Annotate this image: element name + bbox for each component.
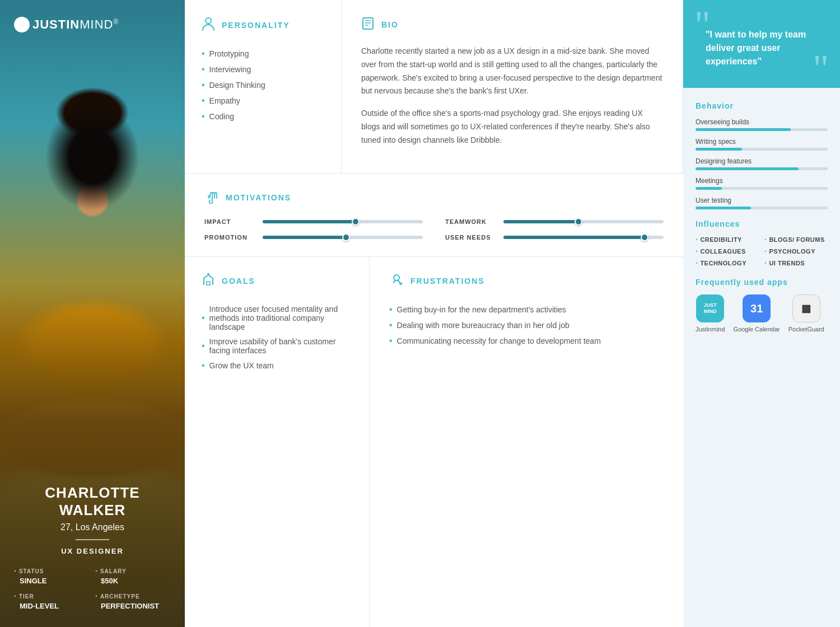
motivation-slider bbox=[503, 236, 664, 239]
behavior-bar-bg bbox=[696, 167, 828, 170]
influences-grid: CREDIBILITYBLOGS/ FORUMSCOLLEAGUESPSYCHO… bbox=[696, 235, 828, 268]
app-item: ▩ PocketGuard bbox=[788, 294, 824, 333]
behavior-label: User testing bbox=[696, 196, 828, 204]
stat-value: SINGLE bbox=[14, 577, 90, 585]
behavior-label: Overseeing builds bbox=[696, 118, 828, 126]
behavior-bar-fill bbox=[696, 167, 799, 170]
svg-rect-1 bbox=[363, 18, 373, 29]
person-age: 27, Los Angeles bbox=[14, 522, 171, 532]
bio-para-2: Outside of the office she's a sports-mad… bbox=[361, 107, 663, 147]
motivation-fill bbox=[263, 220, 356, 223]
logo-circle bbox=[14, 17, 30, 32]
motivation-slider bbox=[503, 220, 664, 223]
logo-text: JUSTINMIND® bbox=[32, 17, 119, 32]
personality-icon bbox=[202, 17, 215, 34]
bio-title: BIO bbox=[381, 20, 399, 29]
motivations-header: Motivations bbox=[204, 189, 664, 206]
person-info: CHARLOTTE WALKER 27, Los Angeles UX DESI… bbox=[0, 473, 185, 627]
logo-regular: MIND bbox=[80, 17, 113, 31]
motivation-label: IMPACT bbox=[204, 218, 255, 225]
logo: JUSTINMIND® bbox=[14, 17, 119, 32]
person-name: CHARLOTTE WALKER bbox=[14, 484, 171, 519]
personality-title: PERSONALITY bbox=[222, 21, 290, 30]
apps-section: Frequently used apps JUSTMIND Justinmind… bbox=[696, 278, 828, 333]
influence-item: COLLEAGUES bbox=[696, 247, 759, 256]
stat-label: TIER bbox=[14, 592, 90, 601]
motivation-label: PROMOTION bbox=[204, 234, 255, 241]
influences-section: Influences CREDIBILITYBLOGS/ FORUMSCOLLE… bbox=[696, 219, 828, 268]
frustrations-title: Frustrations bbox=[410, 277, 485, 286]
behavior-item: Meetings bbox=[696, 177, 828, 190]
behavior-bar-fill bbox=[696, 207, 751, 209]
apps-grid: JUSTMIND Justinmind 31 Google Calendar ▩… bbox=[696, 294, 828, 333]
app-item: JUSTMIND Justinmind bbox=[696, 294, 725, 333]
motivation-label: TEAMWORK bbox=[445, 218, 496, 225]
behavior-title: Behavior bbox=[696, 101, 828, 110]
app-label: Justinmind bbox=[696, 326, 725, 333]
personality-section: PERSONALITY PrototypingInterviewingDesig… bbox=[185, 0, 342, 173]
svg-point-0 bbox=[206, 18, 211, 24]
behavior-bars: Overseeing builds Writing specs Designin… bbox=[696, 118, 828, 209]
stat-value: MID-LEVEL bbox=[14, 602, 90, 610]
behavior-bar-bg bbox=[696, 207, 828, 209]
right-panel: " "I want to help my team deliver great … bbox=[683, 0, 840, 627]
motivations-icon bbox=[204, 189, 219, 206]
behavior-item: Overseeing builds bbox=[696, 118, 828, 131]
main-content: PERSONALITY PrototypingInterviewingDesig… bbox=[185, 0, 683, 627]
goals-title: Goals bbox=[222, 277, 255, 286]
behavior-bar-fill bbox=[696, 187, 722, 190]
stat-item: SALARY$50K bbox=[95, 567, 171, 585]
influence-item: CREDIBILITY bbox=[696, 235, 759, 244]
quote-text: "I want to help my team deliver great us… bbox=[700, 20, 823, 68]
stat-label: STATUS bbox=[14, 567, 90, 575]
app-label: PocketGuard bbox=[788, 326, 824, 333]
right-inner: Behavior Overseeing builds Writing specs… bbox=[683, 88, 840, 344]
bottom-row: Goals Introduce user focused mentality a… bbox=[185, 257, 683, 627]
influence-item: UI TRENDS bbox=[764, 259, 828, 268]
frustration-item: Communicating necessity for change to de… bbox=[389, 333, 664, 349]
frustration-item: Getting buy-in for the new department's … bbox=[389, 302, 664, 317]
logo-bold: JUSTIN bbox=[32, 17, 80, 31]
behavior-label: Writing specs bbox=[696, 138, 828, 146]
motivation-item: TEAMWORK bbox=[445, 218, 664, 225]
motivation-item: PROMOTION bbox=[204, 234, 423, 241]
goals-list: Introduce user focused mentality and met… bbox=[202, 302, 352, 373]
personality-item: Prototyping bbox=[202, 46, 324, 62]
motivation-thumb bbox=[352, 218, 360, 226]
bio-icon bbox=[361, 17, 375, 32]
motivation-thumb bbox=[575, 218, 582, 226]
motivation-item: IMPACT bbox=[204, 218, 423, 225]
behavior-bar-bg bbox=[696, 187, 828, 190]
behavior-label: Meetings bbox=[696, 177, 828, 185]
behavior-item: Designing features bbox=[696, 157, 828, 170]
behavior-bar-fill bbox=[696, 128, 791, 131]
personality-item: Empathy bbox=[202, 93, 324, 109]
personality-item: Design Thinking bbox=[202, 77, 324, 93]
stat-label: ARCHETYPE bbox=[95, 592, 171, 601]
goal-item: Improve usability of bank's customer fac… bbox=[202, 334, 352, 358]
motivations-section: Motivations IMPACT TEAMWORK PROMOTION US… bbox=[185, 174, 683, 257]
stat-value: PERFECTIONIST bbox=[95, 602, 171, 610]
personality-header: PERSONALITY bbox=[202, 17, 324, 34]
goals-icon bbox=[202, 273, 215, 289]
person-role: UX DESIGNER bbox=[14, 547, 171, 555]
stat-item: STATUSSINGLE bbox=[14, 567, 90, 585]
stat-item: TIERMID-LEVEL bbox=[14, 592, 90, 610]
frustrations-header: Frustrations bbox=[389, 273, 664, 289]
motivation-thumb bbox=[342, 233, 350, 241]
behavior-item: Writing specs bbox=[696, 138, 828, 151]
motivation-fill bbox=[503, 220, 578, 223]
motivation-slider bbox=[263, 236, 423, 239]
goal-item: Introduce user focused mentality and met… bbox=[202, 302, 352, 334]
top-row: PERSONALITY PrototypingInterviewingDesig… bbox=[185, 0, 683, 174]
goals-section: Goals Introduce user focused mentality a… bbox=[185, 257, 370, 627]
frustrations-section: Frustrations Getting buy-in for the new … bbox=[370, 257, 683, 627]
app-item: 31 Google Calendar bbox=[734, 294, 780, 333]
behavior-bar-bg bbox=[696, 148, 828, 151]
logo-trademark: ® bbox=[113, 18, 119, 26]
stat-item: ARCHETYPEPERFECTIONIST bbox=[95, 592, 171, 610]
motivation-fill bbox=[263, 236, 346, 239]
influences-title: Influences bbox=[696, 219, 828, 228]
bio-section: BIO Charlotte recently started a new job… bbox=[342, 0, 683, 173]
stat-value: $50K bbox=[95, 577, 171, 585]
